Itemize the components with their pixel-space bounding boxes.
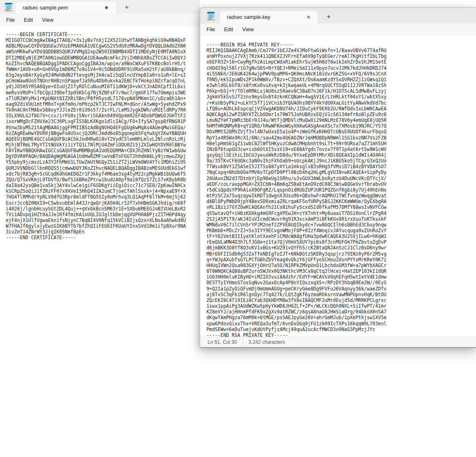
menu-file[interactable]: File — [202, 25, 220, 34]
menu-edit[interactable]: Edit — [220, 25, 238, 34]
tab-radsec-sample-key[interactable]: radsec sample.key ✕ — [220, 11, 318, 23]
unsaved-changes-dot-icon — [105, 6, 108, 9]
tab-title: radsec sample.key — [227, 14, 270, 20]
text-editor-pem[interactable]: -----BEGIN CERTIFICATE----- MIIGQTCCBCmg… — [0, 26, 200, 457]
tab-strip: radsec sample.pem + — [0, 0, 200, 14]
new-tab-button[interactable]: + — [122, 3, 131, 12]
tab-radsec-sample-pem[interactable]: radsec sample.pem — [16, 2, 116, 14]
menu-file[interactable]: File — [2, 16, 19, 24]
certificate-text[interactable]: -----BEGIN CERTIFICATE----- MIIGQTCCBCmg… — [0, 26, 200, 241]
menu-view[interactable]: View — [37, 16, 58, 24]
notepad-icon — [207, 11, 215, 21]
new-tab-button[interactable]: + — [324, 12, 333, 21]
status-bar: Ln 51, Col 30 3,242 characters — [200, 337, 476, 348]
menu-bar: File Edit View — [0, 14, 200, 26]
tab-strip: radsec sample.key ✕ + — [200, 8, 476, 23]
notepad-window-pem: radsec sample.pem + File Edit View -----… — [0, 0, 200, 457]
private-key-text[interactable]: -----BEGIN RSA PRIVATE KEY----- MIIJKQIB… — [200, 35, 476, 337]
character-count: 3,242 characters — [243, 339, 291, 345]
menu-view[interactable]: View — [238, 25, 258, 34]
tab-title: radsec sample.pem — [23, 5, 68, 11]
text-editor-key[interactable]: -----BEGIN RSA PRIVATE KEY----- MIIJKQIB… — [200, 35, 476, 337]
notepad-icon — [5, 2, 13, 11]
cursor-position: Ln 51, Col 30 — [200, 339, 243, 345]
notepad-window-key: radsec sample.key ✕ + File Edit View ---… — [200, 7, 476, 348]
close-tab-icon[interactable]: ✕ — [305, 14, 312, 21]
menu-bar: File Edit View — [200, 23, 476, 35]
menu-edit[interactable]: Edit — [19, 16, 37, 24]
